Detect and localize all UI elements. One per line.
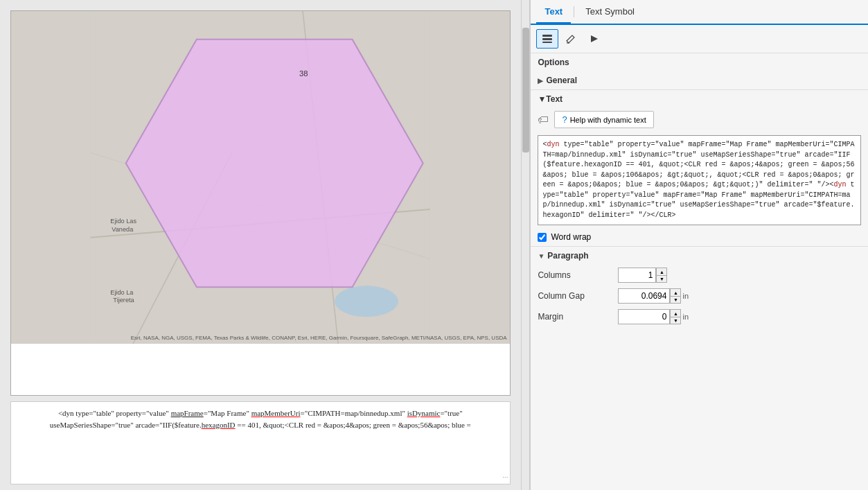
column-gap-spin-down[interactable]: ▼ [670, 296, 681, 304]
paragraph-section: ▼ Paragraph Columns ▲ ▼ Column Gap [531, 246, 868, 333]
dynamic-text-editor[interactable]: <dyn type="table" property="value" mapFr… [538, 135, 861, 225]
tab-text-symbol[interactable]: Text Symbol [577, 1, 643, 24]
text-section-label: Text [546, 94, 563, 104]
text-preview-panel: <dyn type="table" property="value" mapFr… [10, 401, 511, 484]
tab-text[interactable]: Text [536, 1, 571, 24]
toolbar-btn-edit[interactable] [560, 29, 582, 49]
text-section: ▼ Text 🏷 ? Help with dynamic text <dyn t… [531, 89, 868, 246]
map-svg: Ejido Las Vaneda Ejido La Tijereta 38 [11, 11, 510, 344]
preview-icon [589, 34, 600, 44]
general-chevron: ▶ [538, 77, 543, 85]
svg-rect-13 [542, 38, 552, 40]
general-label: General [546, 76, 577, 85]
margin-spin-btns: ▲ ▼ [670, 309, 681, 324]
right-panel: Text Text Symbol Options [530, 0, 868, 490]
columns-row: Columns ▲ ▼ [531, 265, 868, 286]
options-area: Options ▶ General ▼ Text 🏷 ? Help with d… [531, 53, 868, 490]
column-gap-row: Column Gap ▲ ▼ in [531, 286, 868, 306]
svg-text:Tijereta: Tijereta [113, 297, 134, 304]
tabs-bar: Text Text Symbol [531, 0, 868, 25]
toolbar-btn-list[interactable] [536, 29, 558, 49]
margin-unit: in [682, 313, 689, 321]
word-wrap-label[interactable]: Word wrap [551, 232, 591, 242]
column-gap-unit: in [682, 292, 689, 300]
options-title: Options [531, 53, 868, 71]
svg-rect-12 [542, 35, 552, 37]
columns-spin-up[interactable]: ▲ [656, 268, 667, 275]
svg-point-5 [335, 286, 398, 317]
svg-text:Ejido Las: Ejido Las [110, 218, 136, 225]
paragraph-label: Paragraph [547, 251, 588, 261]
help-row: 🏷 ? Help with dynamic text [531, 108, 868, 132]
scrollbar-thumb[interactable] [522, 28, 529, 152]
general-section-header[interactable]: ▶ General [531, 71, 868, 89]
margin-label: Margin [538, 312, 614, 322]
map-attribution: Esri, NASA, NGA, USGS, FEMA, Texas Parks… [131, 335, 507, 341]
svg-text:Ejido La: Ejido La [110, 289, 134, 296]
margin-spin-up[interactable]: ▲ [670, 309, 681, 317]
paragraph-section-header[interactable]: ▼ Paragraph [531, 247, 868, 265]
word-wrap-row: Word wrap [531, 228, 868, 246]
tab-separator [574, 6, 574, 17]
word-wrap-checkbox[interactable] [538, 233, 547, 242]
help-icon: ? [562, 114, 567, 125]
column-gap-spin: ▲ ▼ in [618, 288, 689, 304]
resize-handle[interactable]: ··· [502, 472, 508, 482]
column-gap-spin-up[interactable]: ▲ [670, 288, 681, 296]
map-view[interactable]: Ejido Las Vaneda Ejido La Tijereta 38 Es… [11, 11, 510, 344]
help-dynamic-text-button[interactable]: ? Help with dynamic text [554, 111, 653, 128]
text-section-header[interactable]: ▼ Text [531, 90, 868, 108]
left-panel: Ejido Las Vaneda Ejido La Tijereta 38 Es… [0, 0, 521, 490]
columns-spin: ▲ ▼ [618, 268, 667, 283]
columns-label: Columns [538, 270, 614, 280]
column-gap-label: Column Gap [538, 291, 614, 301]
margin-input[interactable] [618, 309, 670, 324]
svg-marker-16 [591, 35, 598, 42]
toolbar [531, 25, 868, 53]
map-container: Ejido Las Vaneda Ejido La Tijereta 38 Es… [10, 10, 511, 396]
paragraph-chevron: ▼ [538, 252, 544, 260]
column-gap-spin-btns: ▲ ▼ [670, 288, 681, 304]
svg-text:38: 38 [299, 69, 308, 78]
svg-text:Vaneda: Vaneda [112, 226, 134, 233]
list-icon [542, 34, 553, 44]
tag-icon: 🏷 [538, 114, 549, 126]
toolbar-btn-preview[interactable] [583, 29, 605, 49]
margin-spin-down[interactable]: ▼ [670, 317, 681, 324]
columns-spin-btns: ▲ ▼ [656, 268, 667, 283]
margin-row: Margin ▲ ▼ in [531, 306, 868, 327]
columns-spin-down[interactable]: ▼ [656, 275, 667, 283]
columns-input[interactable] [618, 268, 656, 283]
text-chevron: ▼ [538, 94, 546, 104]
svg-rect-14 [542, 42, 552, 43]
column-gap-input[interactable] [618, 288, 670, 304]
main-scrollbar[interactable] [521, 0, 531, 490]
edit-icon [565, 34, 576, 44]
help-button-label: Help with dynamic text [570, 116, 646, 124]
margin-spin: ▲ ▼ in [618, 309, 689, 324]
text-preview-content: <dyn type="table" property="value" mapFr… [19, 408, 502, 430]
